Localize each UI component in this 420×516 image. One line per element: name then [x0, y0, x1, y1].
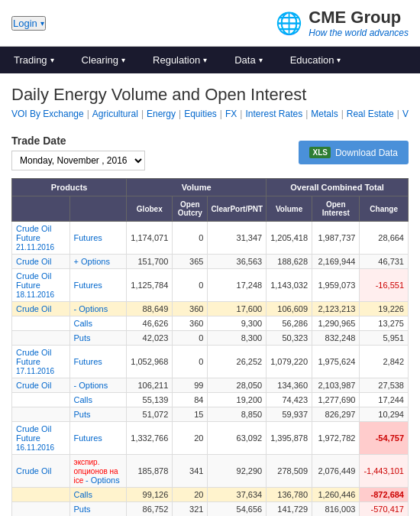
table-row: Crude Oil- Options88,64936017,600106,609…: [12, 302, 409, 316]
type-cell: Puts: [69, 502, 127, 517]
open-outcry-cell: 0: [173, 346, 208, 378]
subnav-metals[interactable]: Metals: [311, 109, 338, 119]
clearport-cell: 17,600: [208, 302, 267, 316]
type-cell: Calls: [69, 393, 127, 407]
open-outcry-cell: 341: [173, 455, 208, 488]
col-header-globex: Globex: [127, 196, 173, 222]
type-cell: Futures: [69, 422, 127, 455]
volume-cell: 106,609: [267, 302, 312, 316]
clearport-cell: 63,092: [208, 422, 267, 455]
instrument-type: - Options: [74, 381, 108, 390]
change-cell: 13,275: [360, 316, 409, 331]
product-link[interactable]: Crude Oil: [16, 466, 51, 475]
product-cell: [12, 488, 70, 502]
change-cell: 10,294: [360, 407, 409, 422]
change-cell: 5,951: [360, 331, 409, 346]
open-interest-cell: 2,103,987: [312, 378, 360, 393]
clearport-cell: 8,850: [208, 407, 267, 422]
subnav-v[interactable]: V: [402, 109, 409, 119]
clearport-cell: 37,634: [208, 488, 267, 502]
table-row: Calls46,6263609,30056,2861,290,96513,275: [12, 316, 409, 331]
change-cell: 27,538: [360, 378, 409, 393]
nav-item-trading[interactable]: Trading: [0, 47, 68, 73]
product-cell: [12, 407, 70, 422]
data-table-wrapper: Products Volume Overall Combined Total G…: [0, 178, 420, 516]
instrument-type: - Options: [74, 304, 108, 313]
clearport-cell: 9,300: [208, 316, 267, 331]
product-link[interactable]: Crude Oil Future: [16, 271, 51, 290]
subnav-fx[interactable]: FX: [225, 109, 237, 119]
subnav-interest-rates[interactable]: Interest Rates: [245, 109, 302, 119]
type-cell: - Options: [69, 378, 127, 393]
nav-item-education[interactable]: Education: [276, 47, 355, 73]
change-cell: 2,842: [360, 346, 409, 378]
col-header-open-interest: Open Interest: [312, 196, 360, 222]
product-link[interactable]: Crude Oil: [16, 304, 51, 313]
instrument-type: Calls: [74, 395, 92, 404]
clearport-cell: 31,347: [208, 222, 267, 255]
change-cell: 17,244: [360, 393, 409, 407]
nav-item-regulation[interactable]: Regulation: [139, 47, 221, 73]
col-header-products-sub: [69, 196, 127, 222]
product-cell: Crude Oil: [12, 302, 70, 316]
open-outcry-cell: 99: [173, 378, 208, 393]
instrument-type: Calls: [74, 319, 92, 328]
clearport-cell: 54,656: [208, 502, 267, 517]
change-cell: 28,664: [360, 222, 409, 255]
instrument-type: Futures: [74, 433, 102, 443]
product-cell: Crude Oil Future 17.11.2016: [12, 346, 70, 378]
volume-cell: 1,395,878: [267, 422, 312, 455]
globex-cell: 55,139: [127, 393, 173, 407]
type-cell: Futures: [69, 346, 127, 378]
download-button[interactable]: XLS Download Data: [299, 141, 409, 164]
product-cell: [12, 331, 70, 346]
logo: 🌐 CME Group How the world advances: [276, 8, 409, 38]
globex-cell: 1,174,071: [127, 222, 173, 255]
subnav-real-estate[interactable]: Real Estate: [347, 109, 394, 119]
volume-cell: 188,628: [267, 255, 312, 269]
open-interest-cell: 826,297: [312, 407, 360, 422]
volume-cell: 56,286: [267, 316, 312, 331]
col-header-overall: Overall Combined Total: [267, 179, 409, 196]
change-cell: -54,757: [360, 422, 409, 455]
type-cell: - Options: [69, 302, 127, 316]
product-cell: [12, 393, 70, 407]
product-link[interactable]: Crude Oil: [16, 257, 51, 266]
globex-cell: 1,052,968: [127, 346, 173, 378]
open-interest-cell: 1,959,073: [312, 269, 360, 302]
login-button[interactable]: Login: [11, 16, 46, 31]
subnav-equities[interactable]: Equities: [184, 109, 217, 119]
trade-date-label: Trade Date: [11, 135, 145, 147]
table-row: Puts42,02308,30050,323832,2485,951: [12, 331, 409, 346]
table-row: Crude Oilэкспир. опционов на ice - Optio…: [12, 455, 409, 488]
subnav-energy[interactable]: Energy: [147, 109, 176, 119]
table-row: Crude Oil- Options106,2119928,050134,360…: [12, 378, 409, 393]
globex-cell: 1,125,784: [127, 269, 173, 302]
product-link[interactable]: Crude Oil: [16, 381, 51, 390]
nav-item-data[interactable]: Data: [221, 47, 276, 73]
product-date: 18.11.2016: [16, 290, 54, 299]
subnav-voi[interactable]: VOI By Exchange: [11, 109, 84, 119]
subnav-agricultural[interactable]: Agricultural: [92, 109, 138, 119]
open-outcry-cell: 360: [173, 302, 208, 316]
globex-cell: 106,211: [127, 378, 173, 393]
product-link[interactable]: Crude Oil Future: [16, 348, 51, 366]
product-link[interactable]: Crude Oil Future: [16, 224, 51, 242]
open-outcry-cell: 0: [173, 222, 208, 255]
globex-cell: 42,023: [127, 331, 173, 346]
nav-item-clearing[interactable]: Clearing: [68, 47, 139, 73]
site-header: Login 🌐 CME Group How the world advances: [0, 0, 420, 47]
change-cell: -570,417: [360, 502, 409, 517]
open-interest-cell: 1,277,690: [312, 393, 360, 407]
type-cell: Calls: [69, 316, 127, 331]
volume-cell: 141,729: [267, 502, 312, 517]
trade-date-section: Trade Date Monday, November , 2016 XLS D…: [0, 127, 420, 178]
globex-cell: 99,126: [127, 488, 173, 502]
instrument-type: Futures: [74, 357, 102, 366]
product-link[interactable]: Crude Oil Future: [16, 424, 51, 443]
type-cell: + Options: [69, 255, 127, 269]
trade-date-select[interactable]: Monday, November , 2016: [11, 151, 145, 170]
globex-cell: 51,072: [127, 407, 173, 422]
open-outcry-cell: 365: [173, 255, 208, 269]
globex-cell: 151,700: [127, 255, 173, 269]
